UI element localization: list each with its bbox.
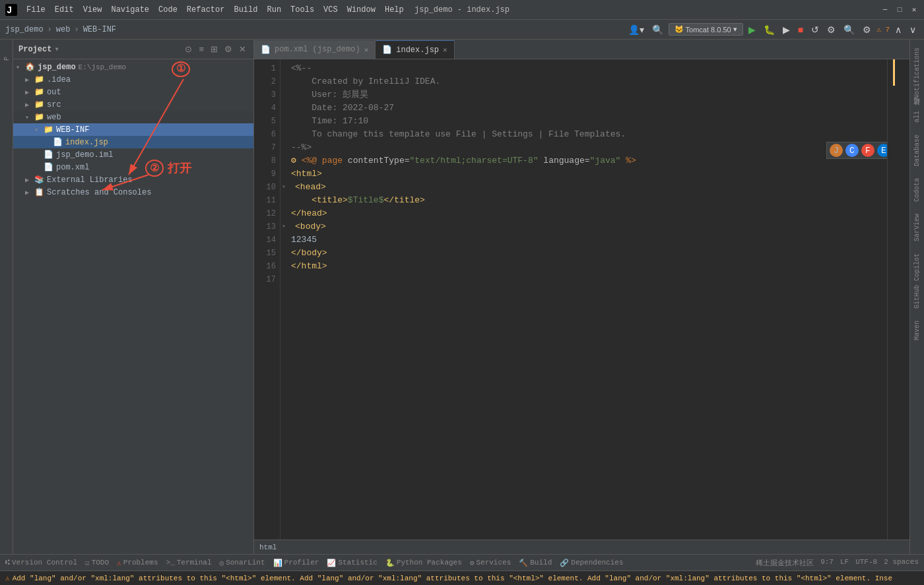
settings-button[interactable]: ⚙	[824, 23, 838, 36]
build-tab[interactable]: 🔨 Build	[519, 559, 552, 567]
menu-build[interactable]: Build	[230, 4, 261, 16]
tree-item-project[interactable]: ▾ 🏠 jsp_demo E:\jsp_demo	[13, 61, 253, 73]
expand-button[interactable]: ∧	[892, 23, 904, 36]
search-everywhere-button[interactable]: 🔍	[649, 23, 666, 36]
todo-tab[interactable]: ☑ TODO	[85, 559, 109, 567]
collapse-button[interactable]: ∨	[907, 23, 919, 36]
menu-help[interactable]: Help	[381, 4, 408, 16]
stop-button[interactable]: ■	[795, 23, 806, 36]
spaces-label[interactable]: 2 spaces	[884, 558, 919, 568]
tree-item-web[interactable]: ▾ 📁 web	[13, 111, 253, 123]
status-right: 稀土掘金技术社区 9:7 LF UTF-8 2 spaces	[756, 558, 919, 568]
services-tab[interactable]: ⚙ Services	[470, 559, 511, 567]
search-button[interactable]: 🔍	[841, 23, 857, 36]
code-line-5: Time: 17:10	[291, 115, 909, 128]
encoding-label[interactable]: UTF-8	[855, 558, 877, 568]
tab-pomxml[interactable]: 📄 pom.xml (jsp_demo) ✕	[254, 40, 376, 59]
database-panel[interactable]: Database	[912, 129, 922, 171]
scrollbar-track[interactable]	[887, 59, 895, 539]
run-with-coverage-button[interactable]: ▶	[780, 23, 793, 36]
sarview-panel[interactable]: SarView	[912, 208, 922, 247]
statistic-tab[interactable]: 📈 Statistic	[327, 559, 377, 567]
library-icon: 📚	[34, 175, 45, 185]
jsp-tab-icon: 📄	[382, 45, 392, 55]
python-packages-tab[interactable]: 🐍 Python Packages	[385, 559, 462, 567]
reload-button[interactable]: ↺	[808, 23, 822, 36]
chrome-browser-icon[interactable]: C	[845, 144, 859, 157]
project-activity[interactable]: P	[1, 42, 12, 75]
version-control-tab[interactable]: ⑆ Version Control	[5, 559, 77, 567]
tree-item-webinf[interactable]: ▾ 📁 WEB-INF	[13, 123, 253, 136]
status-bar: ⑆ Version Control ☑ TODO ⚠ Problems >_ T…	[0, 554, 924, 570]
menu-vcs[interactable]: VCS	[319, 4, 342, 16]
tab-close-pomxml[interactable]: ✕	[364, 46, 369, 54]
tree-item-src[interactable]: ▶ 📁 src	[13, 98, 253, 111]
filter-button[interactable]: ⊞	[209, 44, 220, 55]
tree-item-jspdemoixml[interactable]: ▶ 📄 jsp_demo.iml	[13, 148, 253, 161]
sidebar: Project ▾ ⊙ ≡ ⊞ ⚙ ✕ ▾ 🏠 jsp_demo E:\jsp_…	[13, 40, 254, 554]
menu-refactor[interactable]: Refactor	[183, 4, 229, 16]
code-line-8: ⚙ <%@ page contentType="text/html;charse…	[291, 154, 909, 168]
tree-item-out[interactable]: ▶ 📁 out	[13, 86, 253, 98]
code-editor[interactable]: 1 2 3 4 5 6 7 8 9 10 11 12 13 14 15 16 1	[254, 59, 909, 539]
menu-code[interactable]: Code	[154, 4, 182, 16]
menu-tools[interactable]: Tools	[286, 4, 318, 16]
notifications-panel[interactable]: Notifications	[912, 42, 922, 104]
gear-button[interactable]: ⚙	[860, 23, 874, 36]
code-line-3: User: 彭晨昊	[291, 88, 909, 102]
deps-icon: 🔗	[560, 559, 569, 567]
folder-icon: 📁	[34, 75, 45, 84]
terminal-tab[interactable]: >_ Terminal	[166, 559, 212, 567]
minimize-button[interactable]: ─	[880, 5, 890, 15]
codota-panel[interactable]: Codota	[912, 173, 922, 207]
code-content[interactable]: <%-- Created by IntelliJ IDEA. User: 彭晨昊…	[280, 59, 909, 539]
menu-view[interactable]: View	[79, 4, 106, 16]
maven-panel[interactable]: Maven	[912, 315, 922, 346]
close-button[interactable]: ✕	[909, 5, 919, 15]
tree-item-scratches[interactable]: ▶ 📋 Scratches and Consoles	[13, 186, 253, 199]
code-line-4: Date: 2022-08-27	[291, 102, 909, 115]
lf-label[interactable]: LF	[840, 558, 849, 568]
tab-indexjsp[interactable]: 📄 index.jsp ✕	[376, 40, 454, 59]
maximize-button[interactable]: □	[895, 5, 904, 15]
warning-indicator	[893, 59, 895, 86]
close-sidebar-button[interactable]: ✕	[237, 44, 248, 55]
tomcat-selector[interactable]: 🐱 Tomcat 8.0.50 ▾	[669, 23, 743, 36]
tabs-bar: 📄 pom.xml (jsp_demo) ✕ 📄 index.jsp ✕	[254, 40, 909, 59]
breadcrumb-project[interactable]: jsp_demo	[5, 25, 44, 34]
tab-close-indexjsp[interactable]: ✕	[443, 46, 447, 54]
intellij-browser-icon[interactable]: J	[830, 144, 843, 157]
menu-window[interactable]: Window	[343, 4, 380, 16]
sync-button[interactable]: ⊙	[183, 44, 194, 55]
menu-edit[interactable]: Edit	[51, 4, 78, 16]
editor-wrapper: 1 2 3 4 5 6 7 8 9 10 11 12 13 14 15 16 1	[254, 59, 909, 539]
debug-button[interactable]: 🐛	[761, 23, 777, 36]
tree-item-idea[interactable]: ▶ 📁 .idea	[13, 73, 253, 86]
settings-sidebar-button[interactable]: ⚙	[222, 44, 234, 55]
sonarlint-tab[interactable]: ◎ SonarLint	[220, 559, 265, 567]
aicode-panel[interactable]: ali超达	[911, 106, 923, 128]
problems-tab[interactable]: ⚠ Problems	[117, 559, 158, 567]
run-button[interactable]: ▶	[746, 23, 758, 36]
menu-bar: File Edit View Navigate Code Refactor Bu…	[22, 4, 408, 16]
account-button[interactable]: 👤▾	[626, 23, 647, 36]
firefox-browser-icon[interactable]: F	[861, 144, 874, 157]
breadcrumb-web[interactable]: web	[56, 25, 71, 34]
tree-item-pomxml[interactable]: ▶ 📄 pom.xml	[13, 161, 253, 173]
build-icon: 🔨	[519, 559, 528, 567]
company-label: 稀土掘金技术社区	[756, 558, 814, 568]
browser-icons-panel: J C F E	[826, 142, 894, 159]
tree-item-indexjsp[interactable]: ▶ 📄 index.jsp	[13, 136, 253, 148]
github-copilot-panel[interactable]: GitHub Copilot	[912, 248, 922, 314]
menu-run[interactable]: Run	[263, 4, 285, 16]
code-line-14: 12345	[291, 233, 909, 247]
breadcrumb-webinf[interactable]: WEB-INF	[83, 25, 116, 34]
profiler-tab[interactable]: 📊 Profiler	[273, 559, 319, 567]
dependencies-tab[interactable]: 🔗 Dependencies	[560, 559, 623, 567]
collapse-all-button[interactable]: ≡	[197, 44, 206, 55]
position-label[interactable]: 9:7	[820, 558, 834, 568]
tree-item-external-libs[interactable]: ▶ 📚 External Libraries	[13, 173, 253, 186]
menu-navigate[interactable]: Navigate	[107, 4, 153, 16]
menu-file[interactable]: File	[22, 4, 50, 16]
terminal-icon: >_	[166, 559, 175, 567]
